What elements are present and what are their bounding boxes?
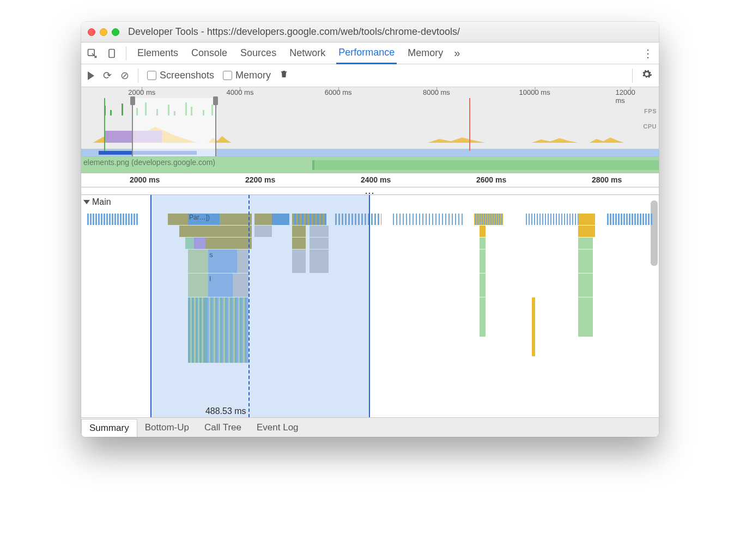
screenshots-label: Screenshots	[160, 70, 214, 81]
network-resource-label: elements.png (developers.google.com)	[83, 158, 215, 167]
flame-time-marker[interactable]	[248, 195, 250, 417]
zoom-ruler-tick: 2800 ms	[592, 175, 622, 184]
ruler-tick: 10000 ms	[519, 88, 550, 96]
tab-network[interactable]: Network	[287, 43, 327, 63]
gear-icon[interactable]	[641, 69, 652, 82]
zoom-area: elements.png (developers.google.com) 200…	[81, 157, 659, 195]
tab-bottom-up[interactable]: Bottom-Up	[137, 419, 197, 436]
marker-green	[104, 98, 105, 151]
overview-timeline[interactable]: 2000 ms 4000 ms 6000 ms 8000 ms 10000 ms…	[81, 87, 659, 157]
close-window-button[interactable]	[88, 28, 95, 36]
selection-duration-label: 488.53 ms	[205, 406, 246, 416]
device-toolbar-icon[interactable]	[106, 48, 117, 59]
main-track-header[interactable]: Main	[83, 197, 111, 207]
details-tabbar: Summary Bottom-Up Call Tree Event Log	[81, 417, 659, 437]
overview-body: FPS CPU NET	[81, 98, 659, 156]
devtools-tabbar: Elements Console Sources Network Perform…	[81, 42, 659, 64]
tab-sources[interactable]: Sources	[238, 43, 278, 63]
ruler-tick: 2000 ms	[128, 88, 155, 96]
devtools-window: Developer Tools - https://developers.goo…	[81, 22, 659, 437]
record-button[interactable]	[88, 71, 94, 80]
clear-icon[interactable]: ⊘	[120, 69, 129, 82]
tab-summary[interactable]: Summary	[81, 419, 137, 437]
marker-red	[469, 98, 470, 151]
zoom-ruler-tick: 2600 ms	[476, 175, 506, 184]
chevron-down-icon[interactable]	[83, 200, 90, 204]
window-title: Developer Tools - https://developers.goo…	[128, 26, 460, 38]
ruler-tick: 8000 ms	[423, 88, 450, 96]
main-track-label: Main	[92, 197, 111, 207]
tab-performance[interactable]: Performance	[336, 42, 397, 64]
maximize-window-button[interactable]	[112, 28, 119, 36]
flame-selection[interactable]	[150, 195, 370, 417]
screenshots-checkbox[interactable]: Screenshots	[147, 70, 214, 81]
more-tabs-icon[interactable]: »	[454, 47, 460, 59]
svg-rect-1	[109, 49, 114, 57]
inspect-element-icon[interactable]	[87, 48, 98, 59]
tab-event-log[interactable]: Event Log	[249, 419, 306, 436]
ruler-tick: 6000 ms	[325, 88, 352, 96]
zoom-ruler-tick: 2400 ms	[361, 175, 391, 184]
flame-chart[interactable]: Main 488.53 ms Par…])	[81, 195, 659, 417]
memory-checkbox[interactable]: Memory	[223, 70, 271, 81]
tab-console[interactable]: Console	[189, 43, 229, 63]
divider	[126, 46, 126, 60]
ruler-tick: 4000 ms	[227, 88, 254, 96]
trash-icon[interactable]	[280, 69, 288, 82]
minimize-window-button[interactable]	[100, 28, 107, 36]
zoom-collapse-dots[interactable]: ...	[81, 187, 659, 195]
zoom-ruler-tick: 2200 ms	[245, 175, 275, 184]
performance-toolbar: ⟳ ⊘ Screenshots Memory	[81, 64, 659, 87]
overview-ruler: 2000 ms 4000 ms 6000 ms 8000 ms 10000 ms…	[81, 87, 659, 98]
overview-selection[interactable]	[132, 98, 216, 156]
tab-elements[interactable]: Elements	[135, 43, 180, 63]
zoom-ruler[interactable]: 2000 ms 2200 ms 2400 ms 2600 ms 2800 ms	[81, 173, 659, 187]
memory-label: Memory	[235, 70, 271, 81]
divider	[138, 69, 138, 83]
reload-icon[interactable]: ⟳	[103, 69, 112, 82]
window-titlebar: Developer Tools - https://developers.goo…	[81, 22, 659, 42]
tab-call-tree[interactable]: Call Tree	[197, 419, 249, 436]
kebab-menu-icon[interactable]: ⋮	[642, 47, 653, 60]
zoom-ruler-tick: 2000 ms	[130, 175, 160, 184]
tab-memory[interactable]: Memory	[405, 43, 445, 63]
zoom-network-track[interactable]: elements.png (developers.google.com)	[81, 157, 659, 173]
divider	[632, 69, 633, 83]
